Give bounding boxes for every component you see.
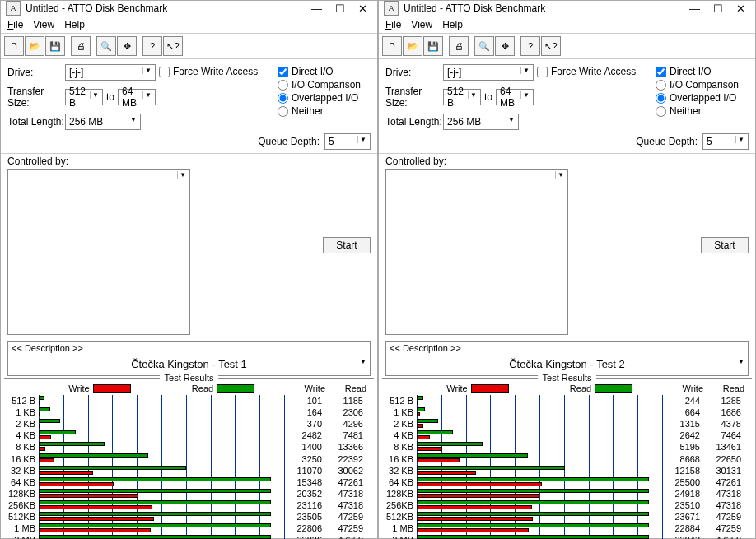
help-icon[interactable]: ? — [142, 36, 162, 56]
print-icon[interactable]: 🖨 — [71, 36, 91, 56]
save-icon[interactable]: 💾 — [45, 36, 65, 56]
neither-radio[interactable]: Neither — [656, 105, 756, 117]
bar-read — [417, 535, 649, 539]
transfer-from-select[interactable]: 512 B — [443, 89, 481, 105]
total-length-select[interactable]: 256 MB — [65, 114, 141, 130]
total-length-select[interactable]: 256 MB — [443, 114, 519, 130]
write-value: 1315 — [662, 419, 703, 429]
legend-read-label: Read — [570, 383, 591, 393]
bar-read — [417, 419, 438, 423]
col-header-read: Read — [707, 383, 748, 393]
transfer-from-select[interactable]: 512 B — [65, 89, 103, 105]
direct-io-checkbox[interactable]: Direct I/O — [656, 66, 756, 77]
drive-label: Drive: — [7, 67, 65, 78]
menu-help[interactable]: Help — [64, 19, 85, 30]
description-box[interactable]: << Description >>Čtečka Kingston - Test … — [7, 341, 371, 376]
bar-read — [39, 407, 50, 411]
whatsthis-icon[interactable]: ↖? — [163, 36, 183, 56]
drive-select[interactable]: [-j-] — [65, 64, 156, 81]
start-button[interactable]: Start — [323, 237, 371, 253]
write-value: 12158 — [662, 466, 703, 476]
controlled-by-select[interactable] — [385, 169, 568, 335]
results-panel: Test ResultsWrite Read WriteRead512 B101… — [4, 378, 374, 539]
legend-read-swatch — [595, 384, 632, 393]
bar-read — [417, 430, 453, 434]
maximize-button[interactable]: ☐ — [713, 2, 723, 15]
transfer-to-select[interactable]: 64 MB — [118, 89, 156, 105]
description-box[interactable]: << Description >>Čtečka Kingston - Test … — [385, 341, 749, 376]
drive-select[interactable]: [-j-] — [443, 64, 534, 81]
direct-io-checkbox[interactable]: Direct I/O — [278, 66, 380, 77]
force-write-checkbox[interactable]: Force Write Access — [537, 66, 652, 77]
menu-file[interactable]: File — [7, 19, 23, 30]
app-icon: A — [6, 1, 21, 16]
open-icon[interactable]: 📂 — [403, 36, 422, 56]
bar-read — [39, 430, 76, 434]
minimize-button[interactable]: — — [311, 2, 322, 15]
io-comparison-radio[interactable]: I/O Comparison — [278, 79, 380, 91]
help-icon[interactable]: ? — [520, 36, 540, 56]
row-label: 2 MB — [382, 535, 417, 539]
minimize-button[interactable]: — — [689, 2, 700, 15]
bar-write — [417, 401, 418, 405]
close-button[interactable]: ✕ — [736, 2, 745, 15]
close-button[interactable]: ✕ — [358, 2, 367, 15]
menu-help[interactable]: Help — [442, 19, 463, 30]
force-write-checkbox[interactable]: Force Write Access — [159, 66, 274, 77]
bar-write — [39, 401, 40, 405]
bar-cell — [39, 511, 284, 523]
print-icon[interactable]: 🖨 — [449, 36, 469, 56]
bar-cell — [417, 500, 662, 511]
write-value: 24918 — [662, 489, 703, 499]
bar-write — [417, 471, 476, 475]
bar-read — [417, 407, 425, 411]
chart-row: 32 KB1215830131 — [382, 465, 752, 476]
new-icon[interactable]: 🗋 — [382, 36, 402, 56]
io-comparison-radio[interactable]: I/O Comparison — [656, 79, 756, 91]
neither-radio[interactable]: Neither — [278, 105, 380, 117]
chart-row: 16 KB325022392 — [4, 453, 374, 464]
queue-depth-label: Queue Depth: — [258, 136, 320, 147]
menu-view[interactable]: View — [411, 19, 432, 30]
controlled-by-select[interactable] — [7, 169, 190, 335]
overlapped-io-radio[interactable]: Overlapped I/O — [278, 92, 380, 104]
queue-depth-select[interactable]: 5 — [324, 133, 371, 150]
read-value: 1285 — [703, 396, 744, 406]
transfer-size-label: Transfer Size: — [385, 86, 443, 109]
chart-row: 2 KB13154378 — [382, 418, 752, 430]
read-value: 47318 — [703, 489, 744, 499]
bar-cell — [39, 430, 284, 441]
bar-read — [417, 396, 423, 400]
controlled-by-row: Controlled by:Start — [379, 153, 755, 337]
app-icon: A — [384, 1, 399, 16]
menu-file[interactable]: File — [385, 19, 401, 30]
new-icon[interactable]: 🗋 — [4, 36, 24, 56]
chart-row: 256KB2311647318 — [4, 500, 374, 511]
bar-write — [417, 494, 539, 498]
row-label: 512 B — [382, 396, 417, 406]
overlapped-io-radio[interactable]: Overlapped I/O — [656, 92, 756, 104]
write-value: 23671 — [662, 512, 703, 522]
write-value: 20352 — [284, 489, 325, 499]
overlapped-io-label: Overlapped I/O — [292, 92, 358, 104]
transfer-to-select[interactable]: 64 MB — [496, 89, 534, 105]
chart-row: 16 KB866822650 — [382, 453, 752, 464]
chart-row: 2 KB3704296 — [4, 418, 374, 430]
bar-cell — [39, 407, 284, 418]
write-value: 1400 — [284, 442, 325, 452]
legend-write-swatch — [471, 384, 509, 393]
move-icon[interactable]: ✥ — [495, 36, 515, 56]
queue-depth-select[interactable]: 5 — [702, 133, 749, 150]
write-value: 2642 — [662, 430, 703, 440]
move-icon[interactable]: ✥ — [117, 36, 137, 56]
bar-read — [417, 442, 483, 446]
open-icon[interactable]: 📂 — [25, 36, 44, 56]
start-button[interactable]: Start — [701, 237, 749, 253]
zoom-icon[interactable]: 🔍 — [474, 36, 494, 56]
whatsthis-icon[interactable]: ↖? — [541, 36, 561, 56]
menu-view[interactable]: View — [33, 19, 54, 30]
maximize-button[interactable]: ☐ — [335, 2, 345, 15]
save-icon[interactable]: 💾 — [423, 36, 443, 56]
zoom-icon[interactable]: 🔍 — [96, 36, 116, 56]
row-label: 1 KB — [382, 407, 417, 417]
